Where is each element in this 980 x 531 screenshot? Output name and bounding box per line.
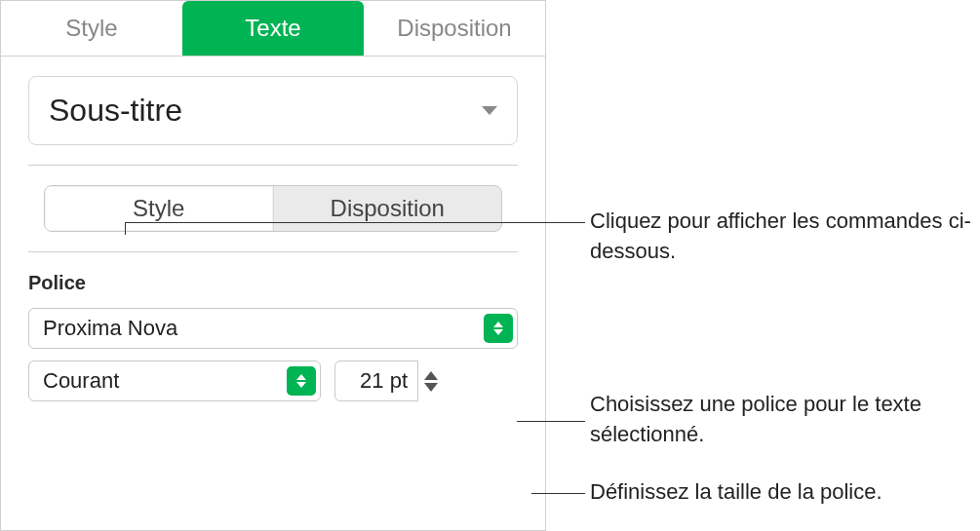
main-tabs: Style Texte Disposition (1, 1, 545, 57)
divider (28, 165, 518, 166)
paragraph-style-label: Sous-titre (49, 93, 182, 129)
tab-style-label: Style (65, 15, 117, 41)
font-family-value: Proxima Nova (29, 316, 484, 341)
inspector-panel: Style Texte Disposition Sous-titre Style… (0, 0, 546, 531)
callout-leader (125, 222, 585, 223)
callout-set-size: Définissez la taille de la police. (590, 477, 882, 508)
font-family-dropdown[interactable]: Proxima Nova (28, 308, 518, 349)
tab-disposition-label: Disposition (397, 15, 511, 41)
tab-texte-label: Texte (245, 15, 300, 41)
font-style-value: Courant (29, 368, 287, 394)
subtab-style-label: Style (133, 195, 184, 221)
subtab-disposition-label: Disposition (331, 195, 445, 221)
updown-icon (484, 314, 513, 343)
tab-style[interactable]: Style (1, 1, 182, 56)
font-style-dropdown[interactable]: Courant (28, 360, 321, 401)
font-size-stepper (424, 360, 446, 401)
paragraph-style-dropdown[interactable]: Sous-titre (28, 76, 518, 145)
subtab-disposition[interactable]: Disposition (274, 186, 502, 231)
callout-click-to-show: Cliquez pour afficher les commandes ci-d… (590, 207, 980, 267)
callout-leader (517, 421, 585, 422)
subtab-style[interactable]: Style (45, 186, 274, 231)
callout-leader (125, 222, 126, 235)
callout-leader (531, 493, 585, 494)
tab-texte[interactable]: Texte (182, 1, 364, 56)
chevron-down-icon (482, 106, 497, 115)
stepper-down-icon[interactable] (424, 383, 438, 392)
callout-choose-font: Choisissez une police pour le texte séle… (590, 390, 980, 450)
subtab-segmented: Style Disposition (44, 185, 502, 232)
updown-icon (287, 366, 316, 396)
stepper-up-icon[interactable] (424, 371, 438, 380)
font-size-field[interactable] (334, 360, 418, 401)
font-size-group (334, 360, 446, 401)
divider (28, 251, 518, 252)
font-section-label: Police (28, 272, 518, 294)
tab-disposition[interactable]: Disposition (364, 1, 545, 56)
